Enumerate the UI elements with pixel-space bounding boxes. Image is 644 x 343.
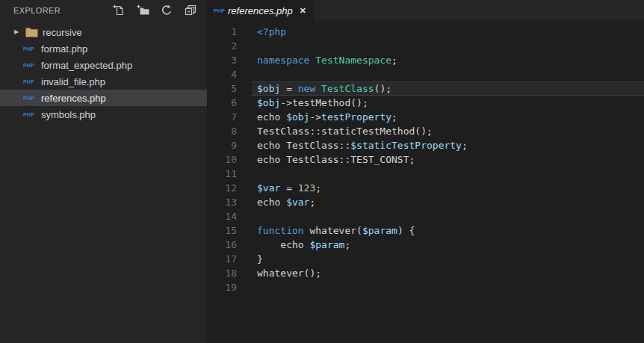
close-icon[interactable]: ✕: [300, 7, 306, 15]
code-line-13[interactable]: 13echo $var;: [207, 195, 644, 209]
line-content: $var = 123;: [257, 181, 321, 195]
collapse-all-button[interactable]: [185, 4, 196, 16]
explorer-title: EXPLORER: [13, 6, 113, 15]
code-line-19[interactable]: 19: [207, 280, 644, 294]
code-line-14[interactable]: 14: [207, 209, 644, 223]
line-number: 3: [207, 53, 237, 67]
line-number: 6: [207, 96, 237, 110]
line-content: echo $var;: [257, 195, 315, 209]
new-folder-icon: [137, 4, 149, 16]
line-number: 14: [207, 209, 237, 223]
line-number: 19: [207, 280, 237, 294]
chevron-right-icon[interactable]: ▶: [14, 29, 23, 35]
file-label: references.php: [41, 93, 106, 104]
line-content: namespace TestNamespace;: [257, 53, 397, 67]
tree-item-invalid-file-php[interactable]: PHPinvalid_file.php: [0, 73, 207, 90]
code-editor[interactable]: 1<?php23namespace TestNamespace;45$obj =…: [207, 21, 644, 343]
code-line-5[interactable]: 5$obj = new TestClass();: [207, 81, 644, 96]
php-file-icon: PHP: [23, 63, 37, 68]
code-line-3[interactable]: 3namespace TestNamespace;: [207, 53, 644, 67]
code-line-8[interactable]: 8TestClass::staticTestMethod();: [207, 124, 644, 138]
code-line-17[interactable]: 17}: [207, 252, 644, 266]
line-content: whatever();: [257, 266, 321, 280]
line-content: echo $obj->testProperty;: [257, 110, 397, 124]
tab-bar: PHP references.php ✕: [207, 0, 644, 21]
folder-label: recursive: [43, 27, 82, 38]
line-number: 18: [207, 266, 237, 280]
explorer-actions: [113, 4, 196, 16]
code-line-6[interactable]: 6$obj->testMethod();: [207, 96, 644, 110]
code-line-1[interactable]: 1<?php: [207, 25, 644, 39]
collapse-all-icon: [185, 4, 196, 16]
line-content: echo $param;: [257, 238, 350, 252]
new-file-button[interactable]: [113, 4, 125, 16]
new-file-icon: [113, 4, 125, 16]
tree-item-format-php[interactable]: PHPformat.php: [0, 40, 207, 57]
line-content: $obj = new TestClass();: [257, 81, 391, 96]
refresh-button[interactable]: [161, 4, 173, 16]
tree-item-references-php[interactable]: PHPreferences.php: [0, 90, 207, 106]
code-line-2[interactable]: 2: [207, 39, 644, 53]
php-file-icon: PHP: [23, 96, 37, 101]
line-number: 4: [207, 67, 237, 81]
tree-item-symbols-php[interactable]: PHPsymbols.php: [0, 106, 207, 123]
line-number: 5: [207, 81, 237, 96]
line-content: TestClass::staticTestMethod();: [257, 124, 433, 138]
php-file-icon: PHP: [23, 112, 37, 117]
line-number: 12: [207, 181, 237, 195]
file-label: format.php: [41, 43, 87, 55]
code-line-16[interactable]: 16 echo $param;: [207, 238, 644, 252]
php-file-icon: PHP: [23, 79, 37, 84]
tab-label: references.php: [228, 5, 293, 16]
tree-item-format-expected-php[interactable]: PHPformat_expected.php: [0, 57, 207, 73]
code-line-18[interactable]: 18whatever();: [207, 266, 644, 280]
line-content: echo TestClass::$staticTestProperty;: [257, 138, 468, 152]
folder-icon: [25, 28, 38, 37]
line-number: 10: [207, 152, 237, 167]
line-number: 8: [207, 124, 237, 138]
code-line-9[interactable]: 9echo TestClass::$staticTestProperty;: [207, 138, 644, 152]
line-content: <?php: [257, 25, 286, 39]
line-number: 15: [207, 223, 237, 238]
line-number: 17: [207, 252, 237, 266]
file-label: format_expected.php: [41, 60, 132, 71]
line-number: 13: [207, 195, 237, 209]
code-line-4[interactable]: 4: [207, 67, 644, 81]
file-label: symbols.php: [41, 109, 96, 120]
new-folder-button[interactable]: [137, 4, 149, 16]
line-content: $obj->testMethod();: [257, 96, 368, 110]
line-content: function whatever($param) {: [257, 223, 415, 238]
line-number: 9: [207, 138, 237, 152]
file-label: invalid_file.php: [41, 76, 105, 87]
line-number: 11: [207, 167, 237, 181]
line-number: 16: [207, 238, 237, 252]
line-number: 7: [207, 110, 237, 124]
code-line-7[interactable]: 7echo $obj->testProperty;: [207, 110, 644, 124]
code-line-10[interactable]: 10echo TestClass::TEST_CONST;: [207, 152, 644, 167]
code-line-15[interactable]: 15function whatever($param) {: [207, 223, 644, 238]
code-line-11[interactable]: 11: [207, 167, 644, 181]
tree-item-recursive[interactable]: ▶recursive: [0, 24, 207, 40]
editor-group: PHP references.php ✕ 1<?php23namespace T…: [207, 0, 644, 343]
line-number: 2: [207, 39, 237, 53]
vscode-window: EXPLORER ▶recursivePHPformat.phpPHPforma…: [0, 0, 644, 343]
explorer-sidebar: EXPLORER ▶recursivePHPformat.phpPHPforma…: [0, 0, 207, 343]
line-content: echo TestClass::TEST_CONST;: [257, 152, 415, 167]
file-tree: ▶recursivePHPformat.phpPHPformat_expecte…: [0, 24, 207, 123]
code-line-12[interactable]: 12$var = 123;: [207, 181, 644, 195]
line-number: 1: [207, 25, 237, 39]
line-content: }: [257, 252, 263, 266]
tab-references-php[interactable]: PHP references.php ✕: [207, 0, 314, 21]
explorer-header: EXPLORER: [0, 0, 207, 21]
refresh-icon: [161, 4, 173, 16]
php-file-icon: PHP: [23, 46, 37, 52]
php-file-icon: PHP: [214, 8, 226, 13]
